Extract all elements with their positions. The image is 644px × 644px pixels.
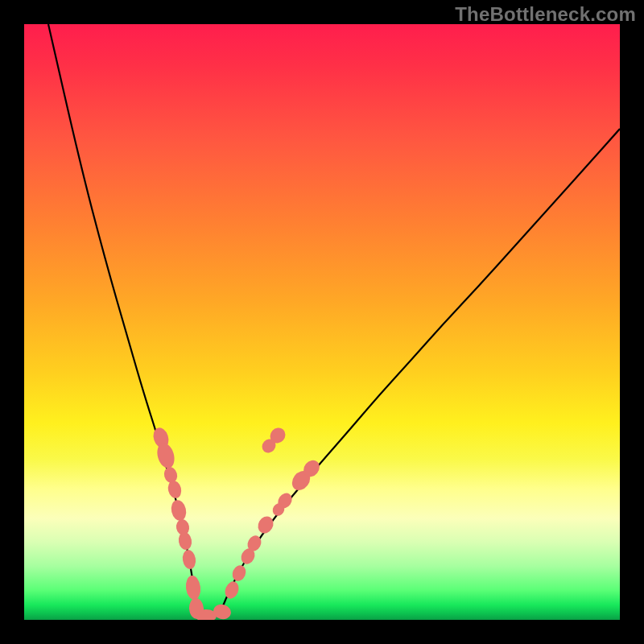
watermark-text: TheBottleneck.com [455, 3, 636, 26]
data-marker [169, 498, 188, 522]
chart-overlay-svg [24, 24, 620, 620]
curve-left-branch [48, 24, 197, 617]
chart-container: TheBottleneck.com [0, 0, 644, 644]
plot-area [24, 24, 620, 620]
data-marker [181, 549, 197, 570]
data-marker [177, 531, 193, 551]
curve-right-branch [219, 129, 620, 617]
markers-group [151, 425, 322, 620]
data-marker [222, 580, 241, 601]
data-marker [255, 514, 277, 536]
data-marker [167, 479, 184, 499]
data-marker [230, 564, 249, 584]
data-marker [184, 575, 202, 601]
